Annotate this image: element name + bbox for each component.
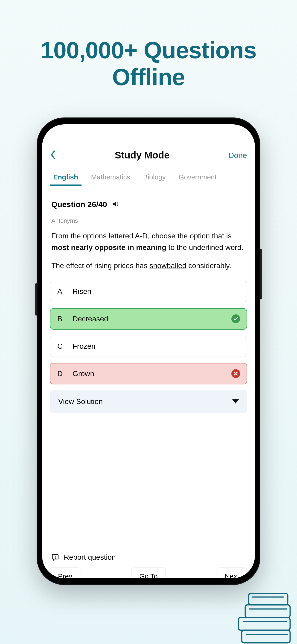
svg-rect-4 bbox=[238, 618, 290, 630]
promo-headline: 100,000+ Questions Offline bbox=[0, 0, 297, 91]
phone-screen: Study Mode Done English Mathematics Biol… bbox=[42, 124, 255, 578]
wrong-marker bbox=[232, 369, 240, 378]
option-text: Decreased bbox=[72, 315, 108, 323]
question-counter: Question 26/40 bbox=[51, 200, 107, 209]
books-decoration bbox=[235, 584, 295, 644]
done-button[interactable]: Done bbox=[228, 151, 247, 160]
option-b[interactable]: B Decreased bbox=[50, 308, 247, 330]
option-a[interactable]: A Risen bbox=[50, 281, 247, 302]
page-title: Study Mode bbox=[115, 150, 170, 161]
tab-biology[interactable]: Biology bbox=[143, 169, 166, 185]
nav-buttons: Prev Go To Next bbox=[48, 566, 248, 578]
option-text: Frozen bbox=[72, 342, 96, 350]
correct-marker bbox=[232, 314, 240, 323]
speak-button[interactable] bbox=[112, 200, 120, 209]
svg-rect-5 bbox=[245, 605, 290, 618]
subject-tabs: English Mathematics Biology Government bbox=[48, 169, 248, 185]
question-header: Question 26/40 bbox=[48, 195, 248, 213]
option-d[interactable]: D Grown bbox=[50, 363, 247, 384]
cross-icon bbox=[233, 371, 238, 376]
view-solution-button[interactable]: View Solution bbox=[50, 390, 247, 413]
speaker-icon bbox=[112, 200, 120, 208]
option-c[interactable]: C Frozen bbox=[50, 336, 247, 357]
tab-english[interactable]: English bbox=[53, 169, 78, 185]
svg-rect-6 bbox=[249, 593, 288, 605]
svg-rect-3 bbox=[242, 630, 290, 643]
chevron-down-icon bbox=[232, 400, 239, 404]
next-button[interactable]: Next bbox=[217, 568, 247, 578]
answer-options: A Risen B Decreased C Frozen D Grown bbox=[48, 281, 248, 384]
question-prompt: From the options lettered A-D, choose th… bbox=[48, 230, 248, 260]
tab-government[interactable]: Government bbox=[179, 169, 217, 185]
top-bar: Study Mode Done bbox=[48, 150, 248, 169]
check-icon bbox=[233, 316, 238, 321]
books-icon bbox=[235, 584, 295, 644]
tab-mathematics[interactable]: Mathematics bbox=[91, 169, 130, 185]
report-icon bbox=[51, 554, 59, 561]
option-text: Grown bbox=[72, 370, 94, 378]
question-sentence: The effect of rising prices has snowball… bbox=[48, 260, 248, 281]
report-question-button[interactable]: Report question bbox=[48, 550, 248, 566]
back-button[interactable] bbox=[50, 150, 56, 160]
prev-button[interactable]: Prev bbox=[50, 568, 80, 578]
svg-point-2 bbox=[55, 558, 56, 558]
chevron-left-icon bbox=[50, 150, 56, 160]
option-text: Risen bbox=[72, 287, 92, 296]
question-topic: Antonyms bbox=[48, 213, 248, 230]
goto-button[interactable]: Go To bbox=[131, 568, 166, 578]
phone-frame: Study Mode Done English Mathematics Biol… bbox=[36, 118, 260, 585]
